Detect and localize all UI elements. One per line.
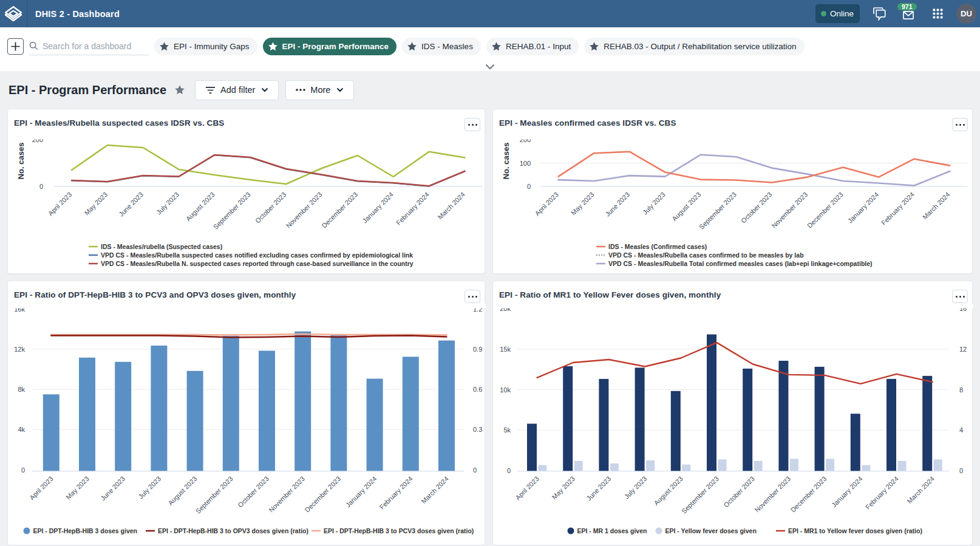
svg-text:August 2023: August 2023 — [185, 191, 216, 222]
svg-text:0.6: 0.6 — [473, 386, 482, 393]
svg-text:May 2023: May 2023 — [570, 191, 596, 217]
svg-text:VPD CS - Measles/Rubella Total: VPD CS - Measles/Rubella Total confirmed… — [608, 260, 873, 267]
svg-text:March 2024: March 2024 — [921, 191, 951, 221]
svg-text:October 2023: October 2023 — [740, 191, 774, 225]
svg-text:EPI - Yellow fever doses given: EPI - Yellow fever doses given — [665, 527, 757, 534]
svg-text:VPD CS - Measles/Rubella suspe: VPD CS - Measles/Rubella suspected cases… — [101, 251, 413, 259]
svg-text:November 2023: November 2023 — [753, 475, 792, 514]
svg-text:September 2023: September 2023 — [212, 191, 252, 231]
svg-text:July 2023: July 2023 — [623, 475, 648, 500]
svg-text:December 2023: December 2023 — [303, 475, 342, 514]
svg-text:April 2023: April 2023 — [47, 191, 73, 217]
svg-text:March 2024: March 2024 — [420, 475, 450, 505]
svg-text:September 2023: September 2023 — [680, 475, 720, 515]
svg-text:June 2023: June 2023 — [604, 191, 631, 218]
svg-text:May 2023: May 2023 — [64, 475, 90, 501]
svg-text:June 2023: June 2023 — [585, 475, 612, 502]
svg-text:April 2023: April 2023 — [533, 191, 560, 217]
svg-text:VPD CS - Measles/Rubella N. su: VPD CS - Measles/Rubella N. suspected ca… — [101, 260, 413, 267]
svg-text:October 2023: October 2023 — [236, 475, 270, 509]
svg-text:EPI - MR 1 doses given: EPI - MR 1 doses given — [577, 527, 647, 534]
svg-text:VPD CS - Measles/Rubella cases: VPD CS - Measles/Rubella cases confirmed… — [608, 251, 804, 259]
svg-text:8k: 8k — [18, 386, 25, 393]
svg-text:100: 100 — [520, 160, 531, 167]
svg-text:August 2023: August 2023 — [653, 475, 684, 507]
svg-text:10k: 10k — [500, 386, 511, 394]
svg-text:December 2023: December 2023 — [320, 191, 359, 230]
svg-text:May 2023: May 2023 — [550, 475, 576, 501]
svg-text:June 2023: June 2023 — [99, 475, 126, 502]
svg-text:September 2023: September 2023 — [194, 475, 234, 515]
svg-text:EPI - MR1 to Yellow fever dose: EPI - MR1 to Yellow fever doses given (r… — [788, 527, 922, 534]
svg-text:November 2023: November 2023 — [285, 191, 324, 230]
svg-text:March 2024: March 2024 — [906, 475, 936, 505]
svg-text:0: 0 — [39, 183, 43, 190]
svg-text:December 2023: December 2023 — [806, 191, 845, 230]
svg-text:0: 0 — [507, 467, 511, 474]
svg-text:8: 8 — [959, 386, 963, 394]
svg-text:February 2024: February 2024 — [880, 191, 916, 227]
svg-text:October 2023: October 2023 — [722, 475, 756, 509]
svg-text:0.9: 0.9 — [473, 346, 482, 353]
svg-text:No. cases: No. cases — [16, 143, 26, 180]
svg-text:EPI - DPT-HepB-HIB 3 doses giv: EPI - DPT-HepB-HIB 3 doses given — [33, 527, 138, 534]
svg-text:May 2023: May 2023 — [83, 191, 109, 217]
svg-text:July 2023: July 2023 — [137, 475, 163, 500]
svg-text:November 2023: November 2023 — [770, 191, 809, 230]
svg-text:4k: 4k — [18, 426, 25, 433]
svg-text:March 2024: March 2024 — [436, 191, 466, 221]
svg-text:August 2023: August 2023 — [670, 191, 702, 222]
svg-text:12: 12 — [959, 346, 967, 353]
svg-text:February 2024: February 2024 — [395, 191, 430, 227]
svg-text:4: 4 — [959, 426, 963, 434]
svg-text:October 2023: October 2023 — [254, 191, 288, 225]
svg-text:January 2024: January 2024 — [344, 475, 378, 509]
svg-text:January 2024: January 2024 — [846, 191, 880, 225]
svg-text:August 2023: August 2023 — [166, 475, 198, 507]
svg-text:EPI - DPT-HepB-HIB 3 to OPV3 d: EPI - DPT-HepB-HIB 3 to OPV3 doses given… — [158, 527, 308, 534]
svg-text:15k: 15k — [500, 346, 511, 353]
svg-text:July 2023: July 2023 — [155, 191, 180, 216]
svg-text:0: 0 — [527, 183, 531, 190]
svg-text:April 2023: April 2023 — [514, 475, 540, 502]
svg-text:0: 0 — [959, 467, 963, 474]
svg-text:0: 0 — [473, 466, 477, 474]
svg-text:December 2023: December 2023 — [789, 475, 828, 514]
svg-text:June 2023: June 2023 — [117, 191, 145, 218]
svg-text:EPI - DPT-HepB-HIB 3 to PCV3 d: EPI - DPT-HepB-HIB 3 to PCV3 doses given… — [324, 527, 474, 534]
svg-text:January 2024: January 2024 — [830, 475, 864, 509]
svg-text:12k: 12k — [14, 346, 25, 353]
svg-text:IDS - Measles (Confirmed cases: IDS - Measles (Confirmed cases) — [608, 243, 707, 250]
svg-text:February 2024: February 2024 — [378, 475, 414, 511]
svg-text:5k: 5k — [503, 426, 511, 434]
svg-text:January 2024: January 2024 — [361, 191, 395, 225]
svg-text:September 2023: September 2023 — [698, 191, 738, 231]
svg-text:July 2023: July 2023 — [641, 191, 667, 216]
svg-text:IDS - Measles/rubella (Suspect: IDS - Measles/rubella (Suspected cases) — [101, 243, 222, 250]
svg-text:February 2024: February 2024 — [864, 475, 900, 511]
svg-text:November 2023: November 2023 — [267, 475, 306, 514]
svg-text:April 2023: April 2023 — [28, 475, 55, 502]
svg-text:0.3: 0.3 — [473, 426, 482, 433]
svg-text:0: 0 — [21, 466, 25, 474]
svg-text:No. cases: No. cases — [502, 143, 511, 180]
